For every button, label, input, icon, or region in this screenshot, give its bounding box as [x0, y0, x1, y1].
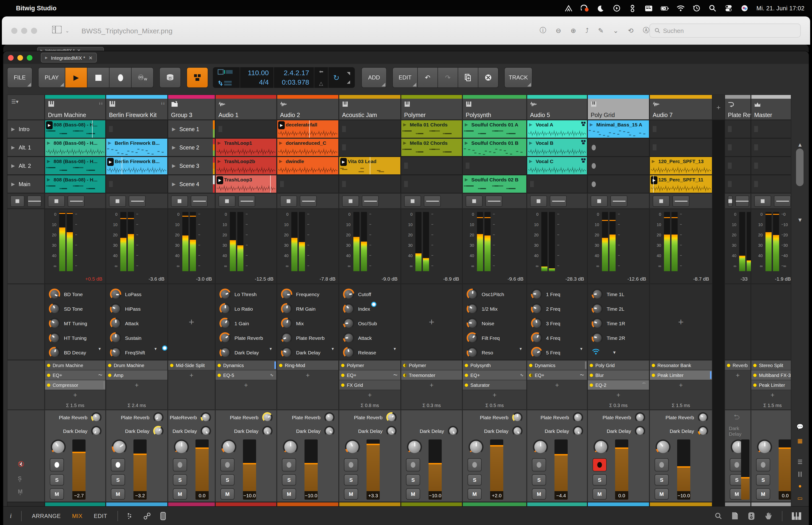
knob-page-dropdown[interactable]: ▼: [579, 347, 583, 351]
clip-slot[interactable]: [106, 175, 168, 193]
device-chip[interactable]: Dynamics: [216, 360, 276, 370]
macro-knob[interactable]: [110, 303, 121, 314]
macro-knob[interactable]: [531, 332, 542, 343]
device-enable-dot[interactable]: [465, 373, 468, 377]
clip-playing-icon[interactable]: ▶: [278, 121, 285, 129]
alt-launch-button[interactable]: [672, 195, 689, 207]
clip[interactable]: ▶Minimal_Bass_15 A: [588, 120, 649, 138]
fader-track[interactable]: −3.2: [134, 439, 147, 500]
knob-page-dropdown[interactable]: ▼: [98, 347, 102, 351]
macro-knob[interactable]: [219, 303, 231, 314]
empty-slot-marker[interactable]: [280, 181, 284, 187]
device-enable-dot[interactable]: [465, 363, 468, 367]
spotlight-search-icon[interactable]: [708, 5, 716, 12]
clip-slot[interactable]: [339, 138, 401, 156]
send-knob[interactable]: [512, 425, 523, 436]
clip-stop-button[interactable]: [218, 195, 235, 207]
snap-grid-icon[interactable]: [127, 512, 134, 519]
app-menu-title[interactable]: Bitwig Studio: [16, 5, 56, 12]
add-device-button[interactable]: +: [277, 370, 338, 380]
clip-play-arrow[interactable]: ▶: [218, 159, 221, 164]
stop-button[interactable]: [87, 67, 109, 88]
clip-slot[interactable]: [401, 175, 462, 193]
preview-search-field[interactable]: Suchen: [649, 24, 801, 38]
window-close-button[interactable]: [8, 55, 14, 60]
knob-page-dropdown[interactable]: ▼: [519, 347, 523, 351]
mute-button[interactable]: M: [593, 488, 607, 500]
pan-knob[interactable]: [469, 439, 484, 454]
track-header[interactable]: ↓↓Berlin Firework Kit: [106, 94, 168, 120]
send-knob[interactable]: [262, 412, 273, 422]
scene-play-icon[interactable]: ▶: [172, 126, 175, 132]
scene-play-icon[interactable]: ▶: [11, 181, 15, 186]
add-device-button[interactable]: +: [463, 390, 526, 400]
empty-slot-marker[interactable]: [218, 126, 222, 132]
clip[interactable]: ▶TrashLoop3: [216, 175, 276, 193]
device-chip[interactable]: FX Grid: [339, 380, 400, 390]
empty-slot-marker[interactable]: [342, 181, 346, 187]
group-scene-cell[interactable]: ▶Scene 2: [168, 139, 215, 156]
pan-knob[interactable]: [51, 439, 66, 454]
mixer-sections-icon[interactable]: ☰: [791, 459, 809, 465]
fader-track[interactable]: −10.0: [429, 439, 442, 500]
mute-button[interactable]: M: [282, 488, 296, 500]
macro-knob[interactable]: [466, 317, 478, 329]
device-chip[interactable]: Drum Machine: [106, 360, 167, 370]
clip-slot[interactable]: [587, 156, 649, 175]
fold-arrows[interactable]: ↓↓: [99, 101, 103, 105]
clip-slot[interactable]: [751, 138, 794, 156]
scroll-up-icon[interactable]: ▲: [791, 141, 809, 148]
empty-slot-marker[interactable]: [653, 126, 657, 132]
add-device-button[interactable]: +: [401, 380, 462, 390]
fader-cap[interactable]: [779, 448, 792, 449]
fader-cap[interactable]: [134, 453, 147, 455]
clip-slot[interactable]: ▶Vocal A: [527, 120, 587, 138]
annotate-icon[interactable]: Ⓐ: [643, 26, 649, 35]
record-ready-dot[interactable]: [592, 181, 596, 187]
empty-slot-marker[interactable]: [754, 144, 758, 150]
macro-knob[interactable]: [343, 303, 354, 314]
send-knob[interactable]: [153, 412, 164, 422]
clip-play-arrow[interactable]: ▶: [47, 140, 50, 145]
group-scene-cell[interactable]: ▶Scene 4: [168, 175, 215, 193]
clip-play-arrow[interactable]: ▶: [529, 122, 532, 127]
add-device-button[interactable]: +: [751, 390, 794, 400]
mute-button[interactable]: M: [532, 488, 546, 500]
knob-page-dropdown[interactable]: ▼: [154, 347, 157, 351]
empty-slot-marker[interactable]: [728, 126, 732, 132]
send-knob[interactable]: [91, 425, 102, 436]
zoom-in-icon[interactable]: ⊕: [570, 27, 576, 34]
scene-play-icon[interactable]: ▶: [11, 163, 15, 168]
empty-slot-marker[interactable]: [728, 181, 732, 187]
macro-knob[interactable]: [49, 332, 60, 343]
clip[interactable]: ▶Vita 03 Lead: [339, 157, 400, 174]
window-minimize-button[interactable]: [17, 55, 23, 60]
clip-slot[interactable]: ▶808 (Bass-08) - H...: [45, 156, 106, 175]
clip-slot[interactable]: ▶Berlin Firework B...: [106, 156, 168, 175]
clip-play-arrow[interactable]: ▶: [218, 140, 221, 145]
solo-button[interactable]: S: [111, 474, 125, 485]
macro-knob[interactable]: [219, 317, 231, 329]
send-knob[interactable]: [91, 412, 102, 422]
clip-slot[interactable]: ▶808 (Bass-08) - H...: [45, 120, 106, 138]
fader-cap[interactable]: [615, 448, 628, 449]
clip-slot[interactable]: [462, 156, 527, 175]
alt-launch-button[interactable]: [129, 195, 146, 207]
device-enable-dot[interactable]: [108, 373, 111, 377]
preview-close-button[interactable]: [11, 28, 17, 34]
clip-playing-icon[interactable]: ▶: [107, 158, 114, 166]
clip-stop-button[interactable]: [591, 195, 608, 207]
track-header[interactable]: Audio 5: [527, 94, 587, 120]
position-cell[interactable]: 2.4.2.17 0:03.978: [274, 67, 315, 88]
track-header[interactable]: Audio 1: [215, 94, 277, 120]
fader-cap[interactable]: [367, 444, 380, 445]
mute-button[interactable]: M: [111, 488, 125, 500]
clip-slot[interactable]: ▶Scene 3: [168, 156, 215, 175]
view-tab-mix[interactable]: MIX: [72, 512, 82, 519]
fader-track[interactable]: −2.7: [72, 439, 86, 500]
scene-play-icon[interactable]: ▶: [11, 145, 15, 150]
device-enable-dot[interactable]: [652, 373, 655, 377]
controller-visualization-button[interactable]: [186, 67, 208, 88]
clip-play-arrow[interactable]: ▶: [529, 140, 532, 145]
clip-slot[interactable]: [724, 156, 751, 175]
